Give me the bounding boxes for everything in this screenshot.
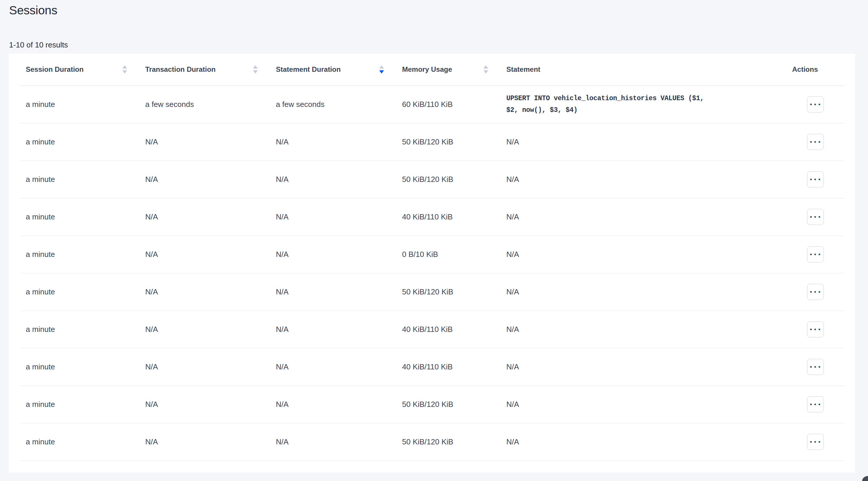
cell-actions: ··· [784,236,844,273]
row-actions-button[interactable]: ··· [807,209,824,225]
sort-asc-icon [122,65,127,68]
cell-actions: ··· [784,160,844,198]
row-actions-button[interactable]: ··· [807,284,824,300]
table-row: a minute N/A N/A 50 KiB/120 KiB N/A ··· [20,386,844,423]
results-summary: 1-10 of 10 results [9,40,68,50]
sort-asc-icon [379,65,384,68]
cell-session-duration: a minute [20,423,140,460]
table-row: a minute N/A N/A 40 KiB/110 KiB N/A ··· [20,198,844,236]
cell-memory-usage: 50 KiB/120 KiB [396,123,500,160]
sort-icons [379,65,384,73]
table-header: Session Duration Transaction Duration [20,54,844,86]
sort-icons [122,65,127,73]
cell-statement: N/A [500,386,784,423]
row-actions-button[interactable]: ··· [807,321,824,337]
sessions-table-card: Session Duration Transaction Duration [9,54,855,473]
cell-statement-duration: N/A [270,386,396,423]
cell-actions: ··· [784,123,844,160]
cell-actions: ··· [784,386,844,423]
sort-desc-icon [122,70,127,73]
cell-transaction-duration: N/A [140,310,270,348]
cell-transaction-duration: N/A [140,386,270,423]
cell-statement: N/A [500,348,784,386]
column-header-label: Actions [792,65,818,73]
column-header-actions: Actions [784,54,844,86]
cell-actions: ··· [784,348,844,386]
row-actions-button[interactable]: ··· [807,434,824,450]
cell-transaction-duration: a few seconds [140,86,270,123]
column-header-label: Statement Duration [276,65,341,73]
cell-statement-duration: N/A [270,273,396,310]
page-title: Sessions [9,3,57,17]
cell-actions: ··· [784,423,844,460]
cell-statement: N/A [500,310,784,348]
cell-statement-duration: N/A [270,348,396,386]
cell-statement: N/A [500,198,784,236]
cell-transaction-duration: N/A [140,423,270,460]
sort-asc-icon [484,65,488,68]
table-row: a minute N/A N/A 40 KiB/110 KiB N/A ··· [20,310,844,348]
cell-session-duration: a minute [20,123,140,160]
cell-actions: ··· [784,310,844,348]
column-header-statement: Statement [500,54,784,86]
cell-transaction-duration: N/A [140,160,270,198]
cell-statement-duration: N/A [270,310,396,348]
sort-desc-icon-active [379,70,384,73]
cell-memory-usage: 40 KiB/110 KiB [396,310,500,348]
cell-statement-duration: N/A [270,198,396,236]
cell-memory-usage: 60 KiB/110 KiB [396,86,500,123]
sort-icons [253,65,258,73]
cell-memory-usage: 50 KiB/120 KiB [396,423,500,460]
row-actions-button[interactable]: ··· [807,396,824,413]
cell-memory-usage: 40 KiB/110 KiB [396,198,500,236]
column-header-statement-duration[interactable]: Statement Duration [270,54,396,86]
cell-memory-usage: 40 KiB/110 KiB [396,348,500,386]
cell-session-duration: a minute [20,386,140,423]
column-header-transaction-duration[interactable]: Transaction Duration [140,54,270,86]
table-row: a minute N/A N/A 50 KiB/120 KiB N/A ··· [20,273,844,310]
cell-actions: ··· [784,198,844,236]
cell-statement: N/A [500,123,784,160]
row-actions-button[interactable]: ··· [807,96,824,113]
cell-transaction-duration: N/A [140,348,270,386]
cell-statement-duration: N/A [270,160,396,198]
row-actions-button[interactable]: ··· [807,171,824,187]
column-header-label: Statement [506,65,540,73]
sort-desc-icon [253,70,258,73]
cell-statement: N/A [500,160,784,198]
column-header-label: Transaction Duration [145,65,216,73]
cell-memory-usage: 50 KiB/120 KiB [396,386,500,423]
sql-statement-text: UPSERT INTO vehicle_location_histories V… [506,93,714,116]
sort-asc-icon [253,65,258,68]
sessions-table: Session Duration Transaction Duration [20,54,844,461]
cell-transaction-duration: N/A [140,236,270,273]
table-row: a minute N/A N/A 50 KiB/120 KiB N/A ··· [20,160,844,198]
cell-statement-duration: N/A [270,236,396,273]
cell-memory-usage: 0 B/10 KiB [396,236,500,273]
cell-memory-usage: 50 KiB/120 KiB [396,160,500,198]
table-row: a minute N/A N/A 0 B/10 KiB N/A ··· [20,236,844,273]
table-row: a minute N/A N/A 40 KiB/110 KiB N/A ··· [20,348,844,386]
cell-actions: ··· [784,273,844,310]
cell-actions: ··· [784,86,844,123]
table-row: a minute N/A N/A 50 KiB/120 KiB N/A ··· [20,423,844,460]
cell-transaction-duration: N/A [140,123,270,160]
cell-statement: N/A [500,236,784,273]
cell-transaction-duration: N/A [140,273,270,310]
row-actions-button[interactable]: ··· [807,134,824,150]
column-header-memory-usage[interactable]: Memory Usage [396,54,500,86]
cell-session-duration: a minute [20,236,140,273]
cell-session-duration: a minute [20,310,140,348]
row-actions-button[interactable]: ··· [807,359,824,375]
cell-statement: UPSERT INTO vehicle_location_histories V… [500,86,784,123]
column-header-session-duration[interactable]: Session Duration [20,54,140,86]
table-row: a minute a few seconds a few seconds 60 … [20,86,844,123]
cell-session-duration: a minute [20,160,140,198]
cell-transaction-duration: N/A [140,198,270,236]
cell-statement: N/A [500,273,784,310]
column-header-label: Memory Usage [402,65,452,73]
cell-memory-usage: 50 KiB/120 KiB [396,273,500,310]
row-actions-button[interactable]: ··· [807,246,824,263]
cell-statement: N/A [500,423,784,460]
sort-icons [484,65,488,73]
